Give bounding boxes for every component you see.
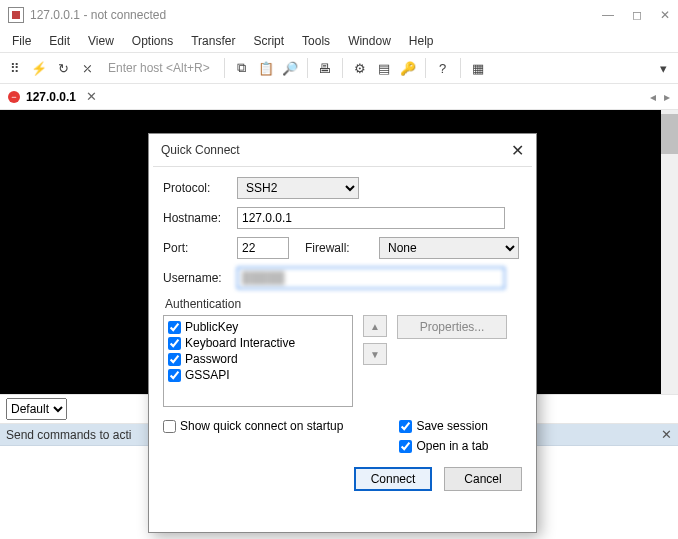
- menu-options[interactable]: Options: [132, 34, 173, 48]
- toolbar-dropdown-icon[interactable]: ▾: [654, 59, 672, 77]
- session-tab[interactable]: − 127.0.0.1 ✕: [0, 84, 105, 109]
- cancel-button[interactable]: Cancel: [444, 467, 522, 491]
- auth-publickey[interactable]: PublicKey: [168, 320, 348, 334]
- connect-button[interactable]: Connect: [354, 467, 432, 491]
- toolbar: ⠿ ⚡ ↻ ⤫ Enter host <Alt+R> ⧉ 📋 🔎 🖶 ⚙ ▤ 🔑…: [0, 52, 678, 84]
- authentication-label: Authentication: [165, 297, 522, 311]
- separator: [460, 58, 461, 78]
- menu-transfer[interactable]: Transfer: [191, 34, 235, 48]
- settings-icon[interactable]: ⚙: [351, 59, 369, 77]
- protocol-label: Protocol:: [163, 181, 237, 195]
- app-icon: [8, 7, 24, 23]
- menu-tools[interactable]: Tools: [302, 34, 330, 48]
- username-input[interactable]: [237, 267, 505, 289]
- port-label: Port:: [163, 241, 237, 255]
- extra-icon[interactable]: ▦: [469, 59, 487, 77]
- scrollbar-thumb[interactable]: [661, 114, 678, 154]
- dialog-title: Quick Connect: [161, 143, 240, 157]
- command-bar-close-icon[interactable]: ✕: [661, 427, 672, 442]
- tabbar: − 127.0.0.1 ✕ ◂ ▸: [0, 84, 678, 110]
- auth-keyboard-checkbox[interactable]: [168, 337, 181, 350]
- show-on-startup-checkbox[interactable]: [163, 420, 176, 433]
- host-input[interactable]: Enter host <Alt+R>: [102, 61, 216, 75]
- move-down-button[interactable]: ▼: [363, 343, 387, 365]
- minimize-button[interactable]: —: [602, 8, 614, 22]
- tab-close-icon[interactable]: ✕: [86, 89, 97, 104]
- command-bar-text: Send commands to acti: [6, 428, 131, 442]
- auth-methods-list[interactable]: PublicKey Keyboard Interactive Password …: [163, 315, 353, 407]
- hostname-input[interactable]: [237, 207, 505, 229]
- window-titlebar: 127.0.0.1 - not connected — ◻ ✕: [0, 0, 678, 30]
- quick-connect-dialog: Quick Connect ✕ Protocol: SSH2 Hostname:…: [148, 133, 537, 533]
- port-input[interactable]: [237, 237, 289, 259]
- connect-icon[interactable]: ⠿: [6, 59, 24, 77]
- menu-edit[interactable]: Edit: [49, 34, 70, 48]
- close-button[interactable]: ✕: [660, 8, 670, 22]
- auth-password-checkbox[interactable]: [168, 353, 181, 366]
- separator: [342, 58, 343, 78]
- scheme-select[interactable]: Default: [6, 398, 67, 420]
- dialog-titlebar: Quick Connect ✕: [149, 134, 536, 166]
- auth-keyboard[interactable]: Keyboard Interactive: [168, 336, 348, 350]
- window-title: 127.0.0.1 - not connected: [30, 8, 602, 22]
- session-options-icon[interactable]: ▤: [375, 59, 393, 77]
- scrollbar[interactable]: [661, 110, 678, 394]
- disconnect-icon[interactable]: ⤫: [78, 59, 96, 77]
- auth-publickey-checkbox[interactable]: [168, 321, 181, 334]
- move-up-button[interactable]: ▲: [363, 315, 387, 337]
- tab-prev-icon[interactable]: ◂: [650, 90, 656, 104]
- tab-status-icon: −: [8, 91, 20, 103]
- open-in-tab-option[interactable]: Open in a tab: [399, 439, 488, 453]
- menu-file[interactable]: File: [12, 34, 31, 48]
- firewall-select[interactable]: None: [379, 237, 519, 259]
- menu-view[interactable]: View: [88, 34, 114, 48]
- quick-connect-icon[interactable]: ⚡: [30, 59, 48, 77]
- help-icon[interactable]: ?: [434, 59, 452, 77]
- reconnect-icon[interactable]: ↻: [54, 59, 72, 77]
- separator: [224, 58, 225, 78]
- menu-script[interactable]: Script: [253, 34, 284, 48]
- auth-password[interactable]: Password: [168, 352, 348, 366]
- menu-help[interactable]: Help: [409, 34, 434, 48]
- key-icon[interactable]: 🔑: [399, 59, 417, 77]
- dialog-close-icon[interactable]: ✕: [511, 141, 524, 160]
- username-label: Username:: [163, 271, 237, 285]
- menubar: File Edit View Options Transfer Script T…: [0, 30, 678, 52]
- menu-window[interactable]: Window: [348, 34, 391, 48]
- open-in-tab-checkbox[interactable]: [399, 440, 412, 453]
- tab-label: 127.0.0.1: [26, 90, 76, 104]
- copy-icon[interactable]: ⧉: [233, 59, 251, 77]
- auth-gssapi-checkbox[interactable]: [168, 369, 181, 382]
- protocol-select[interactable]: SSH2: [237, 177, 359, 199]
- properties-button[interactable]: Properties...: [397, 315, 507, 339]
- print-icon[interactable]: 🖶: [316, 59, 334, 77]
- show-on-startup-option[interactable]: Show quick connect on startup: [163, 419, 343, 433]
- separator: [307, 58, 308, 78]
- maximize-button[interactable]: ◻: [632, 8, 642, 22]
- paste-icon[interactable]: 📋: [257, 59, 275, 77]
- hostname-label: Hostname:: [163, 211, 237, 225]
- save-session-option[interactable]: Save session: [399, 419, 488, 433]
- tab-next-icon[interactable]: ▸: [664, 90, 670, 104]
- save-session-checkbox[interactable]: [399, 420, 412, 433]
- auth-gssapi[interactable]: GSSAPI: [168, 368, 348, 382]
- firewall-label: Firewall:: [305, 241, 379, 255]
- separator: [425, 58, 426, 78]
- find-icon[interactable]: 🔎: [281, 59, 299, 77]
